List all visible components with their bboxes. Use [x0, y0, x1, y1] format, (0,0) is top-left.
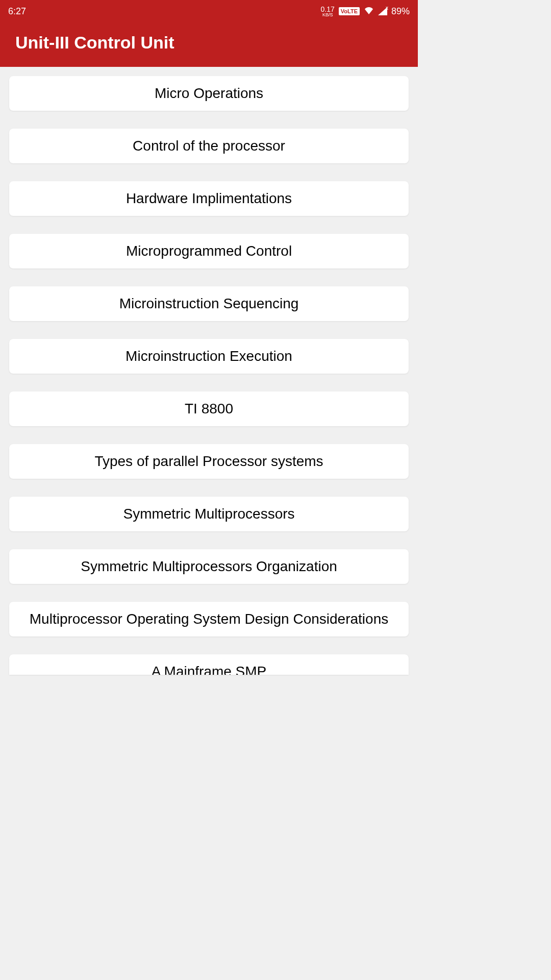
topic-item[interactable]: Microinstruction Execution [9, 339, 409, 374]
status-indicators: 0.17 KB/S VoLTE x 89% [321, 6, 410, 17]
signal-icon: x [378, 7, 387, 15]
topic-list: Micro Operations Control of the processo… [0, 67, 418, 684]
battery-percent: 89% [391, 6, 410, 17]
volte-badge: VoLTE [339, 7, 360, 15]
wifi-icon [364, 6, 374, 17]
topic-item[interactable]: Symmetric Multiprocessors [9, 497, 409, 531]
topic-item[interactable]: Symmetric Multiprocessors Organization [9, 549, 409, 584]
topic-item[interactable]: Types of parallel Processor systems [9, 444, 409, 479]
data-rate-indicator: 0.17 KB/S [321, 6, 335, 17]
page-title: Unit-III Control Unit [15, 33, 403, 53]
topic-item[interactable]: Multiprocessor Operating System Design C… [9, 602, 409, 636]
topic-item[interactable]: TI 8800 [9, 391, 409, 426]
status-bar: 6:27 0.17 KB/S VoLTE x 89% [0, 0, 418, 22]
app-bar: Unit-III Control Unit [0, 22, 418, 67]
topic-item[interactable]: Micro Operations [9, 76, 409, 111]
status-time: 6:27 [8, 6, 26, 17]
topic-item[interactable]: Control of the processor [9, 129, 409, 163]
topic-item[interactable]: Microprogrammed Control [9, 234, 409, 268]
topic-item[interactable]: A Mainframe SMP [9, 654, 409, 675]
topic-item[interactable]: Microinstruction Sequencing [9, 286, 409, 321]
topic-item[interactable]: Hardware Implimentations [9, 181, 409, 216]
